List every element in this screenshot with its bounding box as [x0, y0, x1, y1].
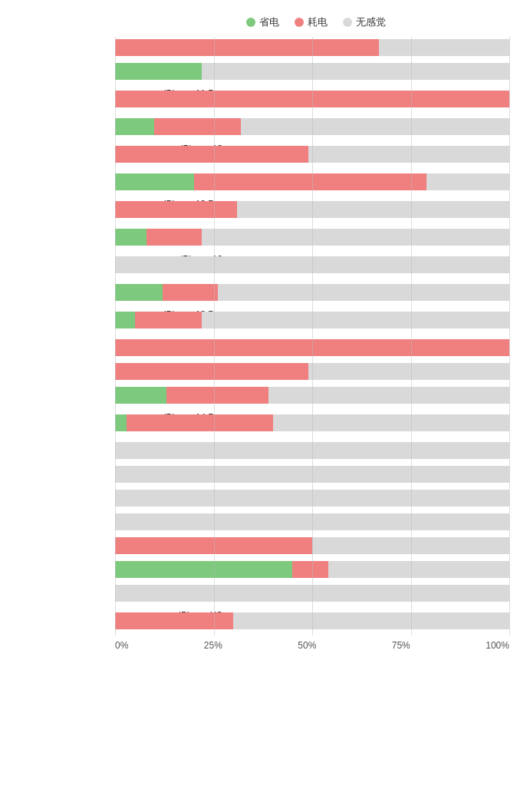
- bar-track: [115, 387, 509, 404]
- legend-neutral-dot: [343, 18, 352, 27]
- legend-saving-dot: [246, 18, 255, 27]
- bar-track: [115, 414, 509, 431]
- bar-track: [115, 173, 509, 190]
- table-row: iPhone 14: [115, 337, 509, 358]
- legend-draining-label: 耗电: [308, 15, 328, 29]
- x-label-25: 25%: [204, 640, 222, 651]
- bar-track: [115, 585, 509, 602]
- bar-track: [115, 561, 509, 578]
- bar-segment-draining: [115, 339, 509, 356]
- bar-track: [115, 229, 509, 246]
- legend-saving-label: 省电: [259, 15, 279, 29]
- table-row: iPhone 12 ProMax: [115, 195, 509, 224]
- table-row: iPhone X: [115, 535, 509, 556]
- table-row: iPhone 11: [115, 37, 509, 58]
- bar-segment-draining: [163, 284, 218, 301]
- bar-track: [115, 442, 509, 459]
- bar-segment-saving: [115, 118, 154, 135]
- legend-neutral-label: 无感觉: [356, 15, 386, 29]
- table-row: iPhone 14 Pro: [115, 385, 509, 406]
- bar-segment-draining: [115, 201, 237, 218]
- x-label-0: 0%: [115, 640, 128, 651]
- bar-segment-saving: [115, 63, 202, 80]
- x-axis: 0% 25% 50% 75% 100%: [0, 640, 517, 651]
- bar-segment-saving: [115, 229, 147, 246]
- table-row: iPhone SE 第3代: [115, 511, 509, 533]
- bar-track: [115, 146, 509, 163]
- bar-segment-draining: [127, 414, 272, 431]
- bar-segment-draining: [194, 173, 426, 190]
- bar-segment-saving: [115, 387, 166, 404]
- bar-segment-saving: [115, 561, 292, 578]
- table-row: iPhone 11 ProMax: [115, 84, 509, 114]
- bar-track: [115, 256, 509, 273]
- table-row: iPhone XSMax: [115, 606, 509, 635]
- table-row: iPhone 8 Plus: [115, 464, 509, 485]
- table-row: iPhone 12 Pro: [115, 171, 509, 193]
- table-row: iPhone 14 ProMax: [115, 408, 509, 437]
- bar-segment-draining: [147, 229, 202, 246]
- x-label-75: 75%: [392, 640, 410, 651]
- bar-track: [115, 363, 509, 380]
- bar-track: [115, 537, 509, 554]
- bar-segment-draining: [115, 612, 233, 629]
- bar-segment-draining: [115, 537, 312, 554]
- bar-track: [115, 612, 509, 629]
- table-row: iPhone 12mini: [115, 140, 509, 169]
- bar-segment-draining: [292, 561, 328, 578]
- bar-segment-saving: [115, 312, 135, 328]
- x-label-100: 100%: [486, 640, 509, 651]
- table-row: iPhone 11 Pro: [115, 61, 509, 82]
- table-row: iPhone 13 Pro: [115, 282, 509, 303]
- table-row: iPhone 13: [115, 226, 509, 248]
- bar-segment-draining: [115, 146, 308, 163]
- table-row: iPhone XS: [115, 583, 509, 604]
- table-row: iPhone 12: [115, 116, 509, 137]
- legend-neutral: 无感觉: [343, 15, 386, 29]
- bar-segment-draining: [166, 387, 269, 404]
- bar-segment-draining: [115, 91, 509, 107]
- bar-segment-draining: [115, 363, 308, 380]
- x-label-50: 50%: [298, 640, 316, 651]
- table-row: iPhone 8: [115, 440, 509, 461]
- chart-bars-area: iPhone 11iPhone 11 ProiPhone 11 ProMaxiP…: [0, 37, 517, 635]
- bar-track: [115, 513, 509, 530]
- bar-track: [115, 466, 509, 483]
- bar-segment-saving: [115, 284, 163, 301]
- bar-track: [115, 490, 509, 507]
- bar-segment-draining: [115, 39, 379, 56]
- bar-track: [115, 39, 509, 56]
- table-row: iPhone XR: [115, 559, 509, 580]
- bar-segment-draining: [154, 118, 241, 135]
- legend-draining: 耗电: [295, 15, 328, 29]
- chart-container: 省电 耗电 无感觉 iPhone 11iPhone 11 ProiPhone 1…: [0, 8, 517, 674]
- bar-track: [115, 201, 509, 218]
- legend-draining-dot: [295, 18, 304, 27]
- bar-track: [115, 118, 509, 135]
- chart-legend: 省电 耗电 无感觉: [0, 15, 517, 29]
- bar-track: [115, 91, 509, 107]
- bar-track: [115, 312, 509, 328]
- bar-segment-saving: [115, 414, 127, 431]
- bar-track: [115, 339, 509, 356]
- legend-saving: 省电: [246, 15, 279, 29]
- bar-segment-draining: [135, 312, 202, 328]
- table-row: iPhone 14 Plus: [115, 361, 509, 382]
- bar-track: [115, 63, 509, 80]
- grid-line: [509, 37, 510, 635]
- bar-track: [115, 284, 509, 301]
- bar-segment-saving: [115, 173, 194, 190]
- table-row: iPhone SE 第2代: [115, 487, 509, 509]
- table-row: iPhone 13 ProMax: [115, 305, 509, 335]
- table-row: iPhone 13mini: [115, 250, 509, 279]
